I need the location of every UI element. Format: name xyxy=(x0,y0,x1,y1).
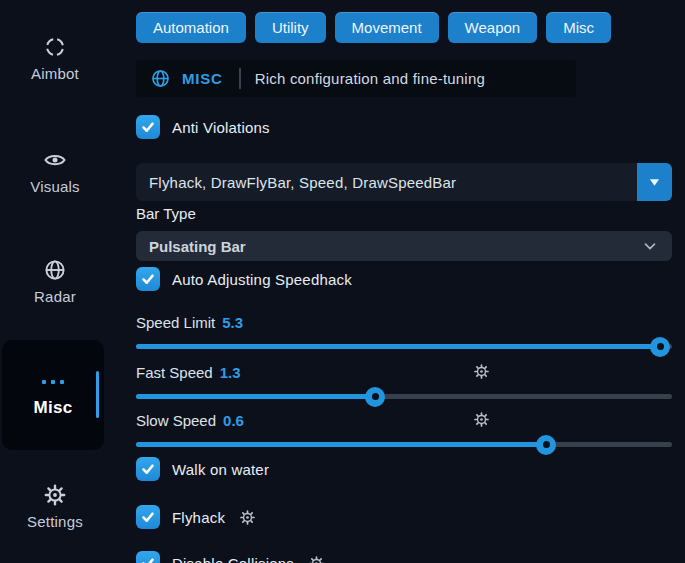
slider-label: Fast Speed xyxy=(136,364,213,381)
slow-speed-slider-group: Slow Speed 0.6 xyxy=(136,410,672,447)
sidebar-item-aimbot[interactable]: Aimbot xyxy=(0,35,110,82)
slider-label: Slow Speed xyxy=(136,412,216,429)
chevron-down-icon xyxy=(641,237,659,255)
globe-icon xyxy=(43,258,67,282)
speed-limit-slider-group: Speed Limit 5.3 xyxy=(136,312,672,349)
multiselect-dropdown-button[interactable] xyxy=(637,163,672,201)
slider-fill xyxy=(136,344,660,349)
section-subtitle: Rich configuration and fine-tuning xyxy=(255,70,485,87)
eye-icon xyxy=(43,148,67,172)
slider-label: Speed Limit xyxy=(136,314,215,331)
slider-label-row: Speed Limit 5.3 xyxy=(136,312,672,332)
cheat-menu-window: Aimbot Visuals Radar Misc Settings Autom… xyxy=(0,0,685,563)
sidebar-item-label: Aimbot xyxy=(0,65,110,82)
auto-adjusting-speedhack-row: Auto Adjusting Speedhack xyxy=(136,267,352,291)
globe-icon xyxy=(150,68,171,89)
slider-thumb[interactable] xyxy=(536,435,556,455)
sidebar-item-visuals[interactable]: Visuals xyxy=(0,148,110,195)
tab-utility[interactable]: Utility xyxy=(255,12,326,43)
slider-fill xyxy=(136,442,546,447)
slider-thumb[interactable] xyxy=(650,337,670,357)
slider-value: 0.6 xyxy=(223,412,244,429)
fast-speed-gear-icon[interactable] xyxy=(473,363,490,380)
sidebar-item-label: Radar xyxy=(0,288,110,305)
checkbox-label: Flyhack xyxy=(172,509,225,526)
flyhack-row: Flyhack xyxy=(136,505,256,529)
tab-misc[interactable]: Misc xyxy=(546,12,611,43)
divider xyxy=(239,68,241,89)
slider-fill xyxy=(136,394,375,399)
thumb-dot xyxy=(543,441,550,448)
sidebar-item-label: Misc xyxy=(2,398,104,418)
sidebar-item-label: Settings xyxy=(0,513,110,530)
slider-thumb[interactable] xyxy=(365,387,385,407)
checkbox-label: Disable Collisions xyxy=(172,555,294,563)
sidebar: Aimbot Visuals Radar Misc Settings xyxy=(0,0,110,563)
walk-on-water-row: Walk on water xyxy=(136,457,269,481)
section-title: MISC xyxy=(182,70,223,87)
anti-violations-row: Anti Violations xyxy=(136,115,270,139)
fast-speed-slider[interactable] xyxy=(136,394,672,399)
category-tabs: Automation Utility Movement Weapon Misc xyxy=(136,12,611,43)
check-icon xyxy=(138,269,158,289)
tab-automation[interactable]: Automation xyxy=(136,12,246,43)
ellipsis-icon xyxy=(2,380,104,384)
gear-icon xyxy=(43,483,67,507)
sidebar-item-misc-active[interactable]: Misc xyxy=(2,340,104,450)
checkbox-label: Anti Violations xyxy=(172,119,270,136)
triangle-down-icon xyxy=(646,174,663,191)
bar-type-select[interactable]: Pulsating Bar xyxy=(136,231,672,261)
bar-flags-multiselect[interactable]: Flyhack, DrawFlyBar, Speed, DrawSpeedBar xyxy=(136,163,672,201)
check-icon xyxy=(138,117,158,137)
check-icon xyxy=(138,553,158,563)
slider-label-row: Fast Speed 1.3 xyxy=(136,362,672,382)
checkbox-label: Walk on water xyxy=(172,461,269,478)
speed-limit-slider[interactable] xyxy=(136,344,672,349)
check-icon xyxy=(138,507,158,527)
slider-value: 5.3 xyxy=(222,314,243,331)
slider-value: 1.3 xyxy=(220,364,241,381)
disable-collisions-row: Disable Collisions xyxy=(136,551,325,563)
sidebar-item-label: Visuals xyxy=(0,178,110,195)
auto-adjusting-speedhack-checkbox[interactable] xyxy=(136,267,160,291)
disable-collisions-checkbox[interactable] xyxy=(136,551,160,563)
thumb-dot xyxy=(372,393,379,400)
tab-weapon[interactable]: Weapon xyxy=(448,12,538,43)
sidebar-item-radar[interactable]: Radar xyxy=(0,258,110,305)
flyhack-checkbox[interactable] xyxy=(136,505,160,529)
section-header: MISC Rich configuration and fine-tuning xyxy=(136,60,576,97)
crosshair-icon xyxy=(43,35,67,59)
tab-movement[interactable]: Movement xyxy=(335,12,439,43)
slow-speed-slider[interactable] xyxy=(136,442,672,447)
flyhack-gear-icon[interactable] xyxy=(239,509,256,526)
multiselect-value: Flyhack, DrawFlyBar, Speed, DrawSpeedBar xyxy=(136,174,456,191)
walk-on-water-checkbox[interactable] xyxy=(136,457,160,481)
thumb-dot xyxy=(657,343,664,350)
disable-collisions-gear-icon[interactable] xyxy=(308,555,325,563)
slow-speed-gear-icon[interactable] xyxy=(473,411,490,428)
check-icon xyxy=(138,459,158,479)
slider-label-row: Slow Speed 0.6 xyxy=(136,410,672,430)
active-indicator-bar xyxy=(96,371,99,418)
sidebar-item-settings[interactable]: Settings xyxy=(0,483,110,530)
bar-type-label: Bar Type xyxy=(136,205,196,222)
checkbox-label: Auto Adjusting Speedhack xyxy=(172,271,352,288)
select-value: Pulsating Bar xyxy=(136,238,246,255)
fast-speed-slider-group: Fast Speed 1.3 xyxy=(136,362,672,399)
anti-violations-checkbox[interactable] xyxy=(136,115,160,139)
